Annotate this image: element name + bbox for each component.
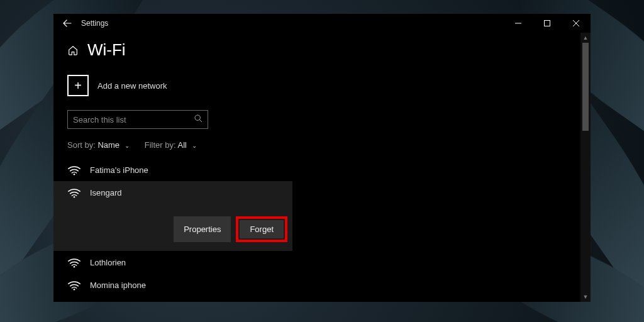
network-name: Momina iphone — [90, 280, 146, 290]
minimize-button[interactable] — [504, 14, 533, 33]
window-title: Settings — [81, 19, 108, 28]
network-name: Lothlorien — [90, 258, 126, 267]
vertical-scrollbar[interactable]: ▲ ▼ — [580, 33, 591, 302]
network-item[interactable]: Lothlorien — [53, 251, 292, 274]
arrow-left-icon — [63, 19, 72, 28]
network-item[interactable]: Fatima's iPhone — [53, 158, 292, 181]
sort-by-dropdown[interactable]: Sort by: Name ⌄ — [67, 140, 130, 150]
network-actions: Properties Forget — [67, 216, 292, 242]
chevron-down-icon: ⌄ — [125, 142, 130, 149]
page-content: Wi-Fi + Add a new network Sort by: Name … — [53, 33, 580, 302]
home-icon[interactable] — [67, 45, 79, 56]
sort-prefix: Sort by: — [67, 140, 96, 150]
plus-icon: + — [67, 75, 89, 96]
scroll-down-button[interactable]: ▼ — [580, 292, 591, 302]
network-name: Fatima's iPhone — [90, 165, 148, 175]
network-list: Fatima's iPhone Isengard Properties Forg… — [53, 158, 292, 296]
svg-rect-0 — [545, 21, 550, 26]
close-button[interactable] — [562, 14, 591, 33]
network-name: Isengard — [90, 188, 122, 197]
add-network-button[interactable]: + Add a new network — [67, 75, 567, 96]
search-input[interactable] — [73, 115, 194, 125]
sort-value: Name — [97, 140, 119, 150]
back-button[interactable] — [57, 14, 77, 33]
scroll-up-button[interactable]: ▲ — [580, 33, 591, 43]
forget-button[interactable]: Forget — [240, 220, 284, 238]
svg-point-5 — [74, 289, 75, 291]
page-header: Wi-Fi — [67, 40, 567, 60]
svg-point-3 — [74, 196, 75, 198]
titlebar: Settings — [53, 14, 591, 33]
page-title: Wi-Fi — [87, 40, 126, 60]
filter-prefix: Filter by: — [145, 140, 176, 150]
settings-window: Settings Wi-Fi + Add a new network — [53, 14, 591, 302]
svg-point-4 — [74, 266, 75, 268]
search-icon[interactable] — [194, 114, 203, 125]
filter-by-dropdown[interactable]: Filter by: All ⌄ — [145, 140, 197, 150]
maximize-button[interactable] — [533, 14, 562, 33]
network-item[interactable]: Momina iphone — [53, 274, 292, 296]
wifi-icon — [67, 256, 81, 269]
search-box[interactable] — [67, 110, 208, 129]
svg-point-1 — [195, 115, 200, 120]
network-item-selected[interactable]: Isengard Properties Forget — [53, 181, 292, 251]
chevron-down-icon: ⌄ — [192, 142, 197, 149]
wifi-icon — [67, 186, 81, 199]
annotation-highlight: Forget — [236, 216, 287, 242]
close-icon — [573, 20, 579, 26]
wifi-icon — [67, 279, 81, 291]
list-filters: Sort by: Name ⌄ Filter by: All ⌄ — [67, 140, 567, 150]
wifi-icon — [67, 164, 81, 176]
maximize-icon — [544, 20, 550, 26]
properties-button[interactable]: Properties — [174, 216, 231, 242]
add-network-label: Add a new network — [97, 81, 167, 91]
filter-value: All — [177, 140, 186, 150]
minimize-icon — [515, 20, 521, 26]
svg-point-2 — [74, 174, 75, 175]
scroll-thumb[interactable] — [582, 43, 589, 131]
